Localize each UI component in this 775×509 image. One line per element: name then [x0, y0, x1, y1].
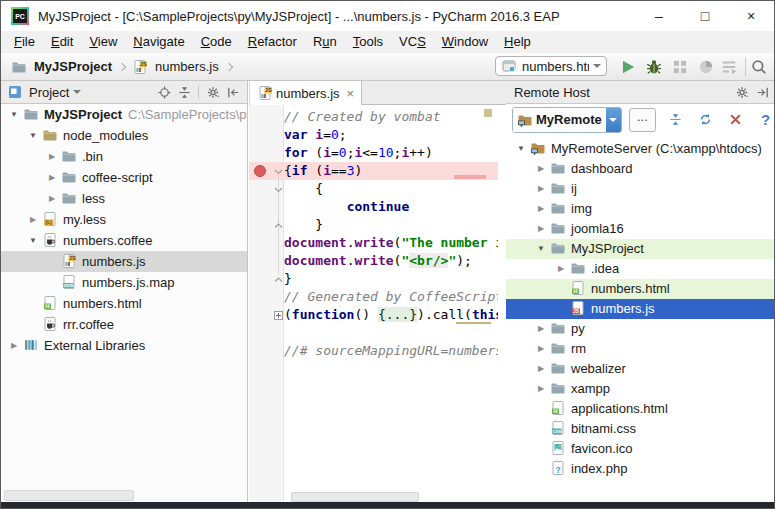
tree-item-img[interactable]: ▶img — [506, 199, 775, 219]
menu-help[interactable]: Help — [496, 31, 539, 53]
fold-open-icon[interactable] — [274, 185, 283, 194]
tree-item-less[interactable]: ▶less — [1, 188, 247, 209]
disconnect-icon[interactable] — [725, 110, 746, 130]
close-tab-icon[interactable]: × — [347, 86, 355, 101]
fold-plus-icon[interactable] — [274, 311, 283, 320]
tree-item-coffee-script[interactable]: ▶coffee-script — [1, 167, 247, 188]
menu-vcs[interactable]: VCS — [391, 31, 434, 53]
tab-numbers-js[interactable]: JS numbers.js × — [249, 81, 362, 105]
tree-item-py[interactable]: ▶py — [506, 319, 775, 339]
tree-item-numbers.js.map[interactable]: JSONnumbers.js.map — [1, 272, 247, 293]
gear-icon[interactable] — [732, 83, 752, 101]
expand-right-icon[interactable]: ▶ — [532, 159, 550, 179]
expand-right-icon[interactable]: ▶ — [532, 319, 550, 339]
expand-down-icon[interactable]: ▼ — [512, 139, 530, 159]
tree-item-numbers.html[interactable]: Hnumbers.html — [506, 279, 775, 299]
tree-item-ij[interactable]: ▶ij — [506, 179, 775, 199]
tree-item-my.less[interactable]: ▶{L}my.less — [1, 209, 247, 230]
collapse-all-icon[interactable] — [665, 110, 686, 130]
code-editor[interactable]: // Created by vombatvar i=0;for (i=0;i<=… — [249, 105, 506, 504]
code-text[interactable]: // Created by vombatvar i=0;for (i=0;i<=… — [284, 108, 498, 504]
menu-code[interactable]: Code — [193, 31, 240, 53]
project-hscrollbar[interactable] — [4, 490, 134, 501]
tree-item-.idea[interactable]: ▶.idea — [506, 259, 775, 279]
fold-close-icon[interactable] — [274, 221, 283, 230]
tree-item-webalizer[interactable]: ▶webalizer — [506, 359, 775, 379]
item-label: External Libraries — [44, 335, 145, 356]
tree-item-numbers.js[interactable]: JSnumbers.js — [506, 299, 775, 319]
expand-right-icon[interactable]: ▶ — [552, 259, 570, 279]
tree-item-myremoteserver-c-xampp-htdocs-[interactable]: ▼MyRemoteServer (C:\xampp\htdocs) — [506, 139, 775, 159]
item-label: numbers.coffee — [63, 230, 152, 251]
tree-item-myjsproject[interactable]: ▼MyJSProject — [506, 239, 775, 259]
expand-right-icon[interactable]: ▶ — [43, 167, 61, 188]
expand-right-icon[interactable]: ▶ — [43, 146, 61, 167]
tree-item-external-libraries[interactable]: ▶External Libraries — [1, 335, 247, 356]
menu-refactor[interactable]: Refactor — [240, 31, 305, 53]
menu-file[interactable]: File — [6, 31, 43, 53]
menu-edit[interactable]: Edit — [43, 31, 81, 53]
menu-run[interactable]: Run — [305, 31, 345, 53]
expand-right-icon[interactable]: ▶ — [532, 199, 550, 219]
editor-area: JS numbers.js × // Created by vombatvar … — [249, 81, 506, 504]
tree-item-bitnami.css[interactable]: CSSbitnami.css — [506, 419, 775, 439]
tree-item-numbers.html[interactable]: Hnumbers.html — [1, 293, 247, 314]
tree-item-xampp[interactable]: ▶xampp — [506, 379, 775, 399]
expand-right-icon[interactable]: ▶ — [532, 379, 550, 399]
run-button[interactable] — [619, 58, 637, 76]
expand-down-icon[interactable]: ▼ — [5, 104, 23, 125]
menu-tools[interactable]: Tools — [345, 31, 391, 53]
collapse-all-icon[interactable] — [174, 83, 194, 101]
expand-right-icon[interactable]: ▶ — [532, 339, 550, 359]
fold-open-icon[interactable] — [274, 167, 283, 176]
breakpoint-icon[interactable] — [254, 165, 266, 177]
editor-hscrollbar[interactable] — [291, 492, 419, 502]
tree-item-numbers.js[interactable]: JSnumbers.js — [1, 251, 247, 272]
run-configuration-select[interactable]: numbers.html — [495, 56, 607, 76]
expand-right-icon[interactable]: ▶ — [532, 359, 550, 379]
tree-item-.bin[interactable]: ▶.bin — [1, 146, 247, 167]
tree-item-joomla16[interactable]: ▶joomla16 — [506, 219, 775, 239]
tree-item-index.php[interactable]: ?index.php — [506, 459, 775, 479]
chevron-down-icon[interactable] — [73, 90, 81, 98]
help-icon[interactable]: ? — [755, 110, 775, 130]
expand-down-icon[interactable]: ▼ — [532, 239, 550, 259]
expand-right-icon[interactable]: ▶ — [5, 335, 23, 356]
breadcrumb-numbers.js[interactable]: numbers.js — [155, 59, 219, 74]
minimize-button[interactable]: – — [636, 1, 682, 31]
fold-close-icon[interactable] — [274, 275, 283, 284]
refresh-icon[interactable] — [695, 110, 716, 130]
tree-item-myjsproject[interactable]: ▼MyJSProjectC:\SampleProjects\py\M — [1, 104, 247, 125]
tree-item-applications.html[interactable]: Happlications.html — [506, 399, 775, 419]
scroll-to-source-icon[interactable] — [154, 83, 174, 101]
tree-item-node-modules[interactable]: ▼node_modules — [1, 125, 247, 146]
hide-panel-icon[interactable] — [223, 83, 243, 101]
menu-view[interactable]: View — [81, 31, 125, 53]
tree-item-numbers.coffee[interactable]: ▼numbers.coffee — [1, 230, 247, 251]
expand-right-icon[interactable]: ▶ — [532, 219, 550, 239]
browse-button[interactable]: ... — [629, 108, 657, 132]
menu-navigate[interactable]: Navigate — [125, 31, 192, 53]
inspection-status-square[interactable] — [484, 109, 492, 117]
close-button[interactable]: × — [728, 1, 774, 31]
gear-icon[interactable] — [203, 83, 223, 101]
debug-button[interactable] — [645, 58, 663, 76]
tree-item-favicon.ico[interactable]: favicon.ico — [506, 439, 775, 459]
menu-window[interactable]: Window — [434, 31, 496, 53]
hide-panel-icon[interactable] — [752, 83, 772, 101]
expand-down-icon[interactable]: ▼ — [24, 230, 42, 251]
server-select[interactable]: MyRemoteS — [512, 107, 622, 133]
expand-down-icon[interactable]: ▼ — [24, 125, 42, 146]
server-select-dropdown[interactable] — [606, 108, 621, 132]
expand-right-icon[interactable]: ▶ — [532, 179, 550, 199]
expand-right-icon[interactable]: ▶ — [43, 188, 61, 209]
remote-host-tool-window: Remote Host MyRemoteS ... ? ▼MyRemoteSer… — [506, 81, 775, 504]
code-line-11: // Generated by CoffeeScript 1. — [284, 288, 498, 306]
expand-right-icon[interactable]: ▶ — [24, 209, 42, 230]
search-everywhere-icon[interactable] — [750, 58, 768, 76]
maximize-button[interactable]: □ — [682, 1, 728, 31]
tree-item-dashboard[interactable]: ▶dashboard — [506, 159, 775, 179]
tree-item-rrr.coffee[interactable]: rrr.coffee — [1, 314, 247, 335]
tree-item-rm[interactable]: ▶rm — [506, 339, 775, 359]
breadcrumb-myjsproject[interactable]: MyJSProject — [34, 59, 112, 74]
